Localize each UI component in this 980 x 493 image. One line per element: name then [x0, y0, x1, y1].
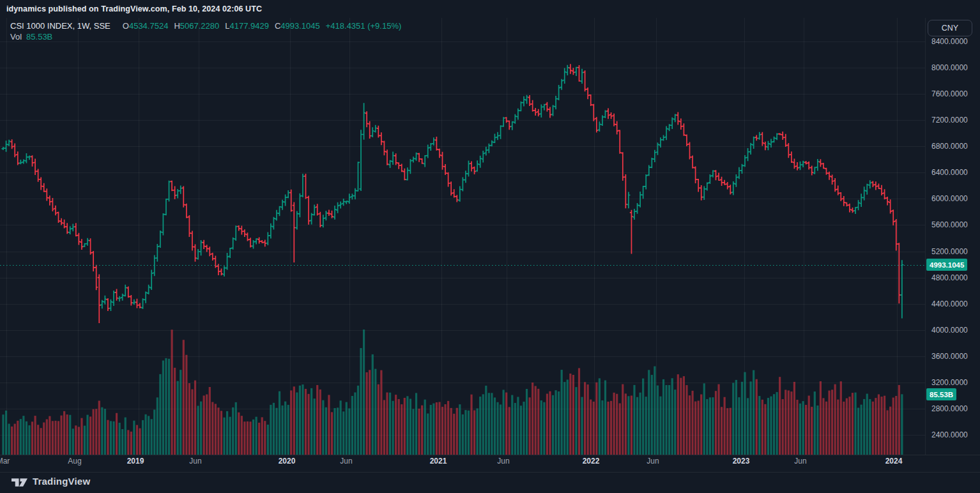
- time-axis-label: 2022: [570, 457, 611, 466]
- price-axis-label: 8000.0000: [931, 63, 968, 72]
- currency-button[interactable]: CNY: [928, 20, 972, 36]
- tradingview-logo-icon: [11, 476, 27, 487]
- price-axis-label: 2400.0000: [931, 430, 968, 439]
- price-axis-label: 6000.0000: [931, 194, 968, 203]
- time-axis-label: Jun: [483, 457, 524, 466]
- price-axis-label: 2800.0000: [931, 404, 968, 413]
- price-axis-label: 5200.0000: [931, 247, 968, 256]
- time-axis-label: 2019: [115, 457, 156, 466]
- footer-separator: [0, 472, 980, 473]
- price-axis-label: 4000.0000: [931, 326, 968, 335]
- time-axis-label: Jun: [175, 457, 216, 466]
- time-axis-label: 2021: [418, 457, 459, 466]
- time-axis-label: 2024: [873, 457, 914, 466]
- tradingview-published-chart: idynamics published on TradingView.com, …: [0, 0, 980, 493]
- time-axis-label: Jun: [780, 457, 821, 466]
- price-axis-label: 7200.0000: [931, 116, 968, 125]
- time-axis-label: Jun: [632, 457, 673, 466]
- time-axis-label: 2020: [266, 457, 307, 466]
- time-axis-label: Aug: [54, 457, 95, 466]
- price-axis-label: 6400.0000: [931, 168, 968, 177]
- price-axis-label: 7600.0000: [931, 89, 968, 98]
- current-price-label: 4993.1045: [926, 259, 967, 271]
- time-axis-label: Jun: [326, 457, 367, 466]
- price-chart-canvas[interactable]: [0, 18, 925, 455]
- price-axis-label: 4400.0000: [931, 300, 968, 308]
- price-axis-separator: [925, 18, 926, 455]
- price-axis-label: 3600.0000: [931, 352, 968, 361]
- current-volume-label: 85.53B: [926, 388, 956, 400]
- price-axis-label: 5600.0000: [931, 220, 968, 229]
- time-axis-separator: [0, 455, 980, 455]
- price-axis-label: 3200.0000: [931, 378, 968, 387]
- price-axis-label: 8400.0000: [931, 37, 968, 46]
- footer-brand-link[interactable]: TradingView: [11, 476, 90, 487]
- footer-brand-text: TradingView: [33, 476, 90, 487]
- price-axis-label: 4800.0000: [931, 273, 968, 282]
- time-axis-label: Mar: [0, 457, 24, 466]
- time-axis-label: 2023: [721, 457, 762, 466]
- published-header-text: idynamics published on TradingView.com, …: [6, 4, 262, 13]
- price-axis-label: 6800.0000: [931, 142, 968, 151]
